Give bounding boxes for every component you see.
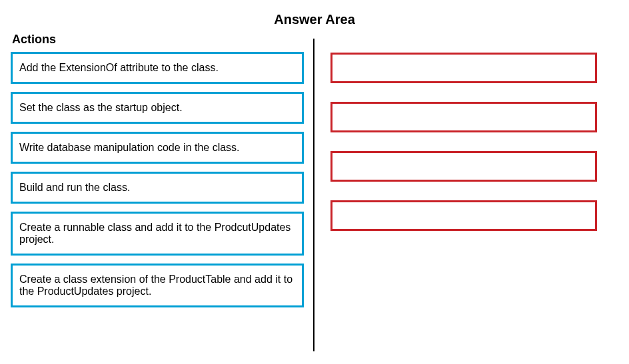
actions-heading: Actions [11, 33, 304, 47]
drop-slot[interactable] [330, 53, 597, 83]
action-item-label: Set the class as the startup object. [19, 102, 183, 114]
drop-slot[interactable] [330, 102, 597, 132]
action-item-label: Add the ExtensionOf attribute to the cla… [19, 62, 219, 74]
actions-column: Actions Add the ExtensionOf attribute to… [11, 33, 311, 315]
drop-slot[interactable] [330, 200, 597, 231]
action-item-label: Create a class extension of the ProductT… [19, 273, 295, 297]
column-divider [313, 39, 314, 351]
action-item[interactable]: Create a class extension of the ProductT… [11, 264, 304, 307]
page-title: Answer Area [0, 0, 629, 33]
action-item-label: Build and run the class. [19, 182, 130, 194]
action-item[interactable]: Write database manipulation code in the … [11, 132, 304, 164]
action-item[interactable]: Build and run the class. [11, 172, 304, 204]
main-container: Actions Add the ExtensionOf attribute to… [0, 33, 629, 315]
answer-column [311, 33, 618, 315]
action-item-label: Create a runnable class and add it to th… [19, 222, 295, 246]
action-item[interactable]: Add the ExtensionOf attribute to the cla… [11, 52, 304, 84]
action-item[interactable]: Create a runnable class and add it to th… [11, 212, 304, 256]
action-item[interactable]: Set the class as the startup object. [11, 92, 304, 124]
action-item-label: Write database manipulation code in the … [19, 142, 240, 154]
drop-slot[interactable] [330, 151, 597, 182]
